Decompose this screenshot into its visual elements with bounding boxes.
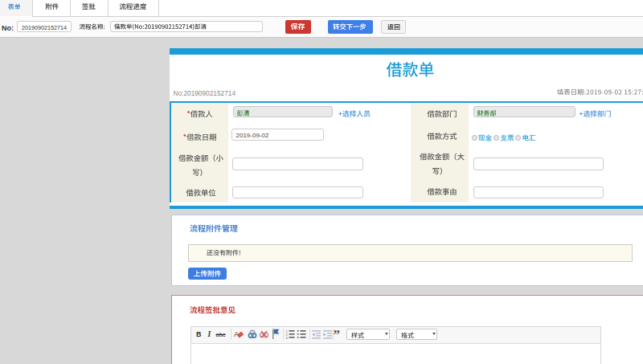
svg-text:3: 3 [286, 335, 289, 339]
